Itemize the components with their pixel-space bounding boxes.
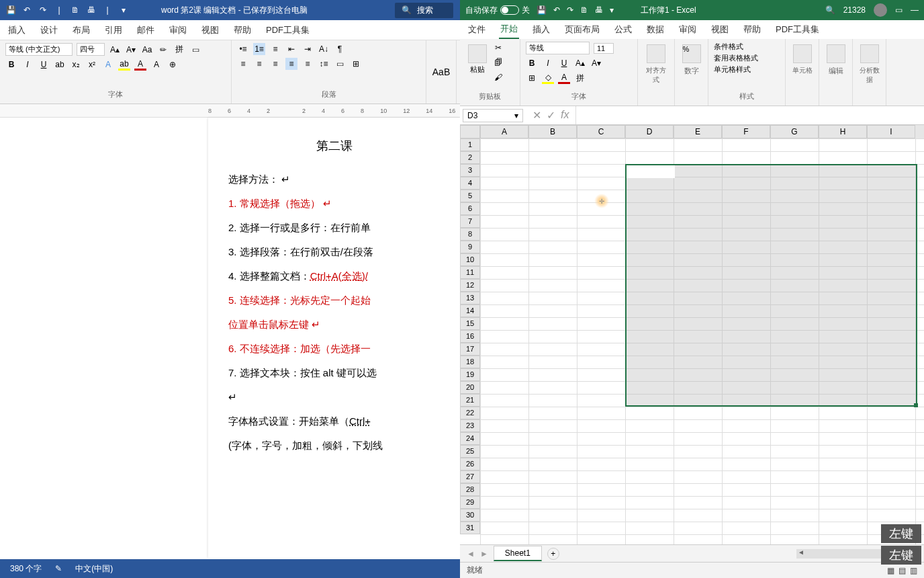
cells-button[interactable] [791,42,813,66]
line-spacing-icon[interactable]: ↕≡ [318,58,330,70]
styles-preview[interactable]: AaB [432,67,450,77]
dec-indent-icon[interactable]: ⇤ [285,43,297,55]
grow-font-icon[interactable]: A▴ [109,44,121,56]
tab-home[interactable]: 开始 [499,20,519,39]
page-layout-view-icon[interactable]: ▤ [898,566,906,575]
row-header[interactable]: 22 [460,407,480,419]
font-size-combo[interactable]: 四号 [77,43,105,56]
shrink-font-icon[interactable]: A▾ [590,57,602,69]
row-header[interactable]: 31 [460,522,480,534]
row-header[interactable]: 21 [460,394,480,407]
fx-icon[interactable]: fx [561,109,569,122]
redo-icon[interactable]: ↷ [38,5,48,15]
align-left-icon[interactable]: ≡ [237,58,249,70]
qat-dropdown-icon[interactable]: ▾ [118,5,129,15]
word-document[interactable]: 第二课 选择方法： ↵1. 常规选择（拖选） ↵2. 选择一行或是多行：在行前单… [208,118,460,558]
col-header[interactable]: E [674,125,722,138]
new-icon[interactable]: 🗎 [580,5,588,15]
language[interactable]: 中文(中国) [75,563,113,575]
save-icon[interactable]: 💾 [5,5,16,15]
grow-font-icon[interactable]: A▴ [574,57,586,69]
subscript-icon[interactable]: x₂ [70,58,82,71]
tab-help[interactable]: 帮助 [742,21,762,38]
row-header[interactable]: 6 [460,202,480,215]
user-name[interactable]: 21328 [843,5,866,15]
table-format-button[interactable]: 套用表格格式 [714,53,780,63]
row-header[interactable]: 29 [460,496,480,509]
phonetic-icon[interactable]: 拼 [574,72,586,84]
sheet-tab[interactable]: Sheet1 [494,546,542,561]
justify-icon[interactable]: ≡ [285,58,297,70]
cancel-icon[interactable]: ✕ [533,109,541,122]
align-button[interactable] [643,42,669,66]
tab-file[interactable]: 文件 [467,21,487,38]
cond-format-button[interactable]: 条件格式 [714,42,780,52]
proofing-icon[interactable]: ✎ [55,564,62,573]
row-header[interactable]: 24 [460,432,480,445]
save-icon[interactable]: 💾 [537,5,547,15]
minimize-icon[interactable]: — [911,5,919,15]
shading-icon[interactable]: ▭ [334,58,346,70]
col-header[interactable]: F [722,125,770,138]
col-header[interactable]: B [528,125,577,138]
format-painter-icon[interactable]: 🖌 [492,71,504,83]
redo-icon[interactable]: ↷ [567,5,573,15]
avatar-icon[interactable] [874,3,887,17]
page-break-view-icon[interactable]: ▥ [910,566,917,575]
editing-button[interactable] [825,42,847,66]
row-header[interactable]: 30 [460,509,480,522]
change-case-icon[interactable]: Aa [141,44,153,56]
undo-icon[interactable]: ↶ [21,5,32,15]
row-header[interactable]: 4 [460,177,480,190]
tab-review[interactable]: 审阅 [678,21,698,38]
text-effects-icon[interactable]: A [102,58,114,71]
tab-review[interactable]: 审阅 [168,22,188,39]
col-header[interactable]: G [770,125,819,138]
tab-pagelayout[interactable]: 页面布局 [563,21,601,38]
numbering-icon[interactable]: 1≡ [253,43,265,55]
clear-format-icon[interactable]: ✏ [157,44,169,56]
font-color-icon[interactable]: A [558,72,570,84]
new-doc-icon[interactable]: 🗎 [70,5,81,15]
row-header[interactable]: 19 [460,368,480,381]
ribbon-display-icon[interactable]: ▭ [895,5,903,15]
row-header[interactable]: 28 [460,483,480,496]
col-header[interactable]: H [819,125,867,138]
search-icon[interactable]: 🔍 [825,5,835,15]
bold-icon[interactable]: B [5,58,17,71]
tab-insert[interactable]: 插入 [7,22,27,39]
row-header[interactable]: 1 [460,138,480,151]
row-header[interactable]: 3 [460,164,480,177]
bold-icon[interactable]: B [526,57,538,69]
select-all-corner[interactable] [460,125,480,138]
char-border-icon[interactable]: ▭ [189,44,201,56]
next-sheet-icon[interactable]: ► [480,549,488,559]
borders-icon[interactable]: ⊞ [350,58,362,70]
row-header[interactable]: 15 [460,317,480,330]
inc-indent-icon[interactable]: ⇥ [302,43,314,55]
font-color-icon[interactable]: A [134,58,146,71]
row-header[interactable]: 13 [460,292,480,304]
row-header[interactable]: 17 [460,343,480,356]
spreadsheet-grid[interactable]: ABCDEFGHI 123456789101112131415161718192… [460,125,924,544]
autosave-toggle[interactable]: 自动保存 关 [465,5,530,16]
tab-data[interactable]: 数据 [645,21,665,38]
col-header[interactable]: C [577,125,625,138]
tab-view[interactable]: 视图 [710,21,730,38]
strike-icon[interactable]: ab [54,58,66,71]
row-header[interactable]: 7 [460,215,480,228]
row-header[interactable]: 18 [460,356,480,368]
cells-area[interactable]: ✛ [480,138,924,544]
col-header[interactable]: I [867,125,915,138]
print-icon[interactable]: 🖶 [595,5,603,15]
tab-pdf[interactable]: PDF工具集 [265,22,311,39]
row-header[interactable]: 12 [460,279,480,292]
row-header[interactable]: 8 [460,228,480,241]
analysis-button[interactable] [858,42,880,66]
tab-references[interactable]: 引用 [103,22,124,39]
col-header[interactable]: A [480,125,528,138]
font-size-combo[interactable]: 11 [594,43,614,54]
cell-styles-button[interactable]: 单元格样式 [714,65,780,75]
undo-icon[interactable]: ↶ [553,5,560,15]
word-ruler[interactable]: 864224681012141618 [0,104,460,118]
